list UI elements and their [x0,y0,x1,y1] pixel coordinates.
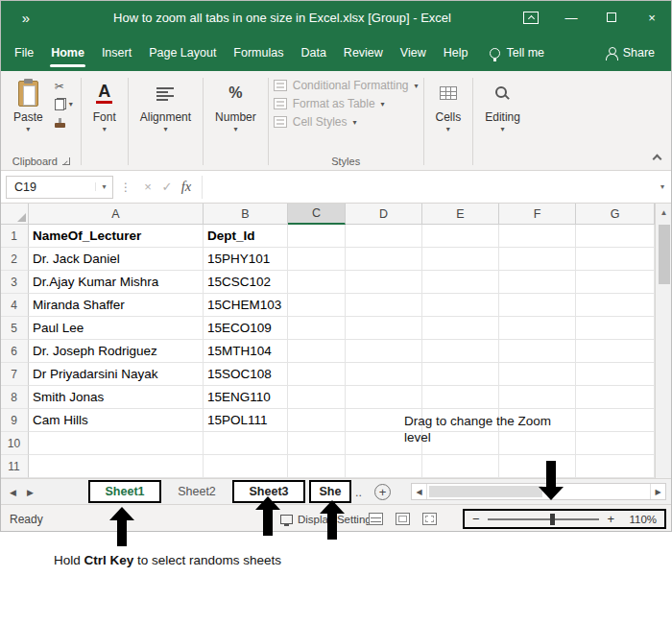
scroll-up-icon[interactable]: ▲ [656,204,672,221]
cell[interactable]: 15ECO109 [204,317,288,340]
row-header[interactable]: 3 [0,271,29,294]
row-header[interactable]: 1 [0,225,29,248]
row-header[interactable]: 2 [0,248,29,271]
sheet-nav-right-icon[interactable]: ▶ [27,479,34,505]
minimize-button[interactable]: — [551,0,591,35]
cell[interactable] [346,225,422,248]
tell-me-button[interactable]: Tell me [480,35,554,71]
tab-help[interactable]: Help [435,35,477,71]
cell-styles-button[interactable]: Cell Styles ▾ [274,115,419,129]
col-header-a[interactable]: A [29,204,204,225]
number-menu-button[interactable]: % Number ▾ [208,75,263,135]
cell[interactable] [288,455,346,478]
cell[interactable] [422,363,499,386]
cell[interactable] [346,294,422,317]
cell[interactable]: 15ENG110 [204,386,288,409]
tab-insert[interactable]: Insert [93,35,140,71]
cell[interactable] [576,317,655,340]
cell[interactable] [422,294,499,317]
cell[interactable] [576,455,655,478]
cell[interactable] [576,294,655,317]
page-break-view-button[interactable] [422,513,437,525]
close-button[interactable]: × [632,0,672,35]
scroll-left-icon[interactable]: ◀ [412,484,427,499]
conditional-formatting-button[interactable]: Conditional Formatting ▾ [274,79,419,92]
tab-home[interactable]: Home [42,35,93,71]
zoom-out-button[interactable]: − [472,513,480,525]
cell[interactable] [422,340,499,363]
cell[interactable] [499,294,576,317]
tab-formulas[interactable]: Formulas [225,35,292,71]
cell[interactable] [499,225,576,248]
row-header[interactable]: 11 [0,455,29,478]
quick-access-toolbar[interactable]: » [0,10,54,26]
cell[interactable]: 15CSC102 [204,271,288,294]
share-button[interactable]: Share [596,35,664,71]
normal-view-button[interactable] [369,513,383,525]
collapse-ribbon-icon[interactable] [653,155,662,164]
cell[interactable] [576,340,655,363]
sheet-nav-left-icon[interactable]: ◀ [10,479,16,505]
cell[interactable] [422,271,499,294]
cell[interactable]: 15PHY101 [204,248,288,271]
cell[interactable]: Smith Jonas [29,386,204,409]
zoom-in-button[interactable]: + [607,513,614,525]
col-header-b[interactable]: B [204,204,288,225]
cell[interactable] [499,248,576,271]
page-layout-view-button[interactable] [396,513,410,525]
expand-formula-bar-icon[interactable]: ▾ [653,182,672,191]
row-header[interactable]: 6 [0,340,29,363]
vertical-scrollbar-thumb[interactable] [659,225,670,284]
tab-file[interactable]: File [6,35,42,71]
row-header[interactable]: 7 [0,363,29,386]
cell[interactable]: Paul Lee [29,317,204,340]
alignment-menu-button[interactable]: Alignment ▾ [133,75,198,135]
scroll-right-icon[interactable]: ▶ [650,484,665,499]
cells-menu-button[interactable]: Cells ▾ [429,75,468,135]
cell[interactable] [288,271,346,294]
cell[interactable]: NameOf_Lecturer [29,225,204,248]
cell[interactable] [288,340,346,363]
col-header-g[interactable]: G [576,204,655,225]
cell[interactable] [288,317,346,340]
col-header-d[interactable]: D [346,204,422,225]
cell[interactable] [576,363,655,386]
cell[interactable] [576,225,655,248]
name-box[interactable]: C19 ▾ [6,176,113,199]
tab-data[interactable]: Data [292,35,334,71]
select-all-button[interactable] [0,204,29,225]
cell[interactable]: 15POL111 [204,409,288,432]
cell[interactable] [422,225,499,248]
tab-sheet2[interactable]: Sheet2 [167,480,227,503]
cell[interactable] [204,432,288,455]
zoom-slider-handle[interactable] [550,514,555,525]
name-box-caret-icon[interactable]: ▾ [95,182,112,191]
cell[interactable] [204,455,288,478]
tab-sheet1[interactable]: Sheet1 [88,480,161,503]
cell[interactable]: Miranda Shaffer [29,294,204,317]
cell[interactable] [288,294,346,317]
enter-entry-button[interactable]: ✓ [157,180,177,194]
cell[interactable] [422,248,499,271]
col-header-c[interactable]: C [288,204,346,225]
cell[interactable] [576,248,655,271]
row-header[interactable]: 8 [0,386,29,409]
cut-button[interactable]: ✂ [52,77,76,95]
cell[interactable] [346,340,422,363]
formula-input[interactable] [202,176,653,199]
dialog-launcher-icon[interactable] [62,157,70,165]
cell[interactable] [346,271,422,294]
cell[interactable] [346,386,422,409]
row-header[interactable]: 5 [0,317,29,340]
cell[interactable] [422,455,499,478]
cell[interactable] [346,317,422,340]
cell[interactable] [288,225,346,248]
cell[interactable] [422,386,499,409]
cell[interactable]: Dr Priyadarsini Nayak [29,363,204,386]
cell[interactable]: Dept_Id [204,225,288,248]
maximize-button[interactable] [591,0,632,35]
cell[interactable] [499,363,576,386]
cell[interactable] [288,409,346,432]
formula-bar-grip-icon[interactable]: ⋮ [113,180,138,194]
cell[interactable] [29,432,204,455]
